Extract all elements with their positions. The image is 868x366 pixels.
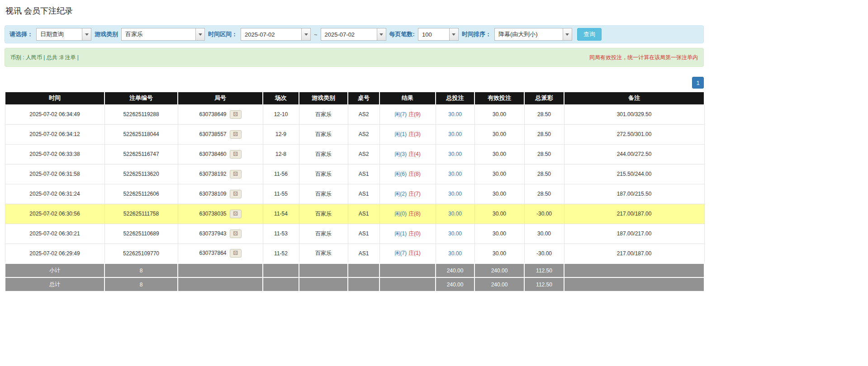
cell-session: 12-9 — [263, 124, 299, 144]
select-type-label: 请选择： — [9, 30, 33, 38]
total-bet-link[interactable]: 30.00 — [448, 211, 462, 217]
cell-bet-id: 522625118044 — [104, 124, 178, 144]
table-row: 2025-07-02 06:33:38 522625116747 6307384… — [5, 144, 704, 164]
col-time: 时间 — [5, 92, 104, 104]
chevron-down-icon[interactable] — [449, 28, 458, 40]
page-size-value: 100 — [418, 28, 449, 40]
cell-session: 11-52 — [263, 244, 299, 263]
cell-session: 12-10 — [263, 104, 299, 124]
cell-valid-bet: 30.00 — [474, 104, 524, 124]
dice-icon[interactable]: ⚄ — [230, 210, 242, 218]
page-1-button[interactable]: 1 — [692, 77, 704, 89]
total-bet-link[interactable]: 30.00 — [448, 111, 462, 117]
total-bet-link[interactable]: 30.00 — [448, 131, 462, 137]
footer-valid-bet: 240.00 — [474, 277, 524, 291]
total-bet-link[interactable]: 30.00 — [448, 151, 462, 157]
dice-icon[interactable]: ⚄ — [230, 130, 242, 139]
page-size-label: 每页笔数: — [389, 30, 415, 38]
search-button[interactable]: 查询 — [577, 28, 602, 41]
round-id-text: 630737943 — [199, 230, 226, 236]
dice-icon[interactable]: ⚄ — [230, 150, 242, 159]
result-player-text: 闲(6) — [394, 171, 407, 177]
pagination: 1 — [5, 77, 704, 89]
query-type-select[interactable]: 日期查询 — [36, 28, 91, 41]
page-title: 视讯 会员下注纪录 — [5, 5, 704, 16]
total-bet-link[interactable]: 30.00 — [448, 171, 462, 177]
game-type-label: 游戏类别 — [95, 30, 118, 38]
cell-total-bet: 30.00 — [436, 184, 474, 204]
cell-time: 2025-07-02 06:34:49 — [5, 104, 104, 124]
cell-result: 闲(2)庄(7) — [379, 184, 436, 204]
cell-time: 2025-07-02 06:30:21 — [5, 224, 104, 244]
currency-total-text: 币别 : 人民币 | 总共 :8 注单 | — [10, 54, 79, 61]
total-bet-link[interactable]: 30.00 — [448, 230, 462, 237]
footer-remark — [564, 263, 704, 277]
total-bet-link[interactable]: 30.00 — [448, 250, 462, 257]
footer-label: 小计 — [5, 263, 104, 277]
table-row: 2025-07-02 06:34:49 522625119288 6307386… — [5, 104, 704, 124]
footer-label: 总计 — [5, 277, 104, 291]
col-result: 结果 — [379, 92, 436, 104]
summary-bar: 币别 : 人民币 | 总共 :8 注单 | 同局有效投注，统一计算在该局第一张注… — [5, 48, 704, 67]
cell-bet-id: 522625111758 — [104, 204, 178, 224]
cell-payout: 28.50 — [524, 164, 564, 184]
cell-remark: 215.50/244.00 — [564, 164, 704, 184]
cell-total-bet: 30.00 — [436, 124, 474, 144]
chevron-down-icon[interactable] — [82, 28, 91, 40]
round-id-text: 630738649 — [199, 111, 226, 117]
cell-valid-bet: 30.00 — [474, 124, 524, 144]
cell-bet-id: 522625116747 — [104, 144, 178, 164]
chevron-down-icon[interactable] — [563, 28, 572, 40]
cell-table-no: AS1 — [348, 224, 379, 244]
date-from-select[interactable]: 2025-07-02 — [241, 28, 311, 41]
footer-count: 8 — [104, 277, 178, 291]
cell-result: 闲(6)庄(8) — [379, 164, 436, 184]
cell-payout: 28.50 — [524, 124, 564, 144]
game-type-select[interactable]: 百家乐 — [121, 28, 205, 41]
cell-payout: 28.50 — [524, 104, 564, 124]
cell-time: 2025-07-02 06:31:24 — [5, 184, 104, 204]
cell-payout: -30.00 — [524, 204, 564, 224]
chevron-down-icon[interactable] — [377, 28, 386, 40]
dice-icon[interactable]: ⚄ — [230, 249, 242, 258]
footer-game — [299, 263, 348, 277]
result-banker-text: 庄(4) — [408, 151, 421, 157]
time-range-label: 时间区间： — [208, 30, 237, 38]
chevron-down-icon[interactable] — [195, 28, 204, 40]
dice-icon[interactable]: ⚄ — [230, 170, 242, 178]
cell-time: 2025-07-02 06:31:58 — [5, 164, 104, 184]
table-body: 2025-07-02 06:34:49 522625119288 6307386… — [5, 104, 704, 263]
cell-bet-id: 522625110689 — [104, 224, 178, 244]
cell-payout: -30.00 — [524, 244, 564, 263]
round-id-text: 630738035 — [199, 210, 226, 216]
total-bet-link[interactable]: 30.00 — [448, 191, 462, 197]
result-banker-text: 庄(9) — [408, 111, 421, 117]
page-size-select[interactable]: 100 — [418, 28, 459, 41]
footer-round — [178, 263, 263, 277]
col-remark: 备注 — [564, 92, 704, 104]
cell-remark: 244.00/272.50 — [564, 144, 704, 164]
footer-count: 8 — [104, 263, 178, 277]
cell-payout: 30.00 — [524, 224, 564, 244]
valid-bet-note: 同局有效投注，统一计算在该局第一张注单内 — [589, 54, 698, 61]
footer-round — [178, 277, 263, 291]
col-total-bet: 总投注 — [436, 92, 474, 104]
dice-icon[interactable]: ⚄ — [230, 190, 242, 198]
cell-result: 闲(0)庄(8) — [379, 204, 436, 224]
cell-round-id: 630738460⚄ — [178, 144, 263, 164]
result-player-text: 闲(1) — [394, 131, 407, 137]
dice-icon[interactable]: ⚄ — [230, 230, 242, 238]
footer-session — [263, 263, 299, 277]
footer-total-bet: 240.00 — [436, 277, 474, 291]
cell-valid-bet: 30.00 — [474, 204, 524, 224]
game-type-value: 百家乐 — [122, 28, 195, 40]
cell-valid-bet: 30.00 — [474, 164, 524, 184]
cell-game-type: 百家乐 — [299, 244, 348, 263]
time-sort-select[interactable]: 降幕(由大到小) — [494, 28, 572, 41]
chevron-down-icon[interactable] — [301, 28, 310, 40]
dice-icon[interactable]: ⚄ — [230, 110, 242, 119]
date-to-select[interactable]: 2025-07-02 — [321, 28, 386, 41]
query-type-value: 日期查询 — [37, 28, 82, 40]
footer-game — [299, 277, 348, 291]
col-round-id: 局号 — [178, 92, 263, 104]
